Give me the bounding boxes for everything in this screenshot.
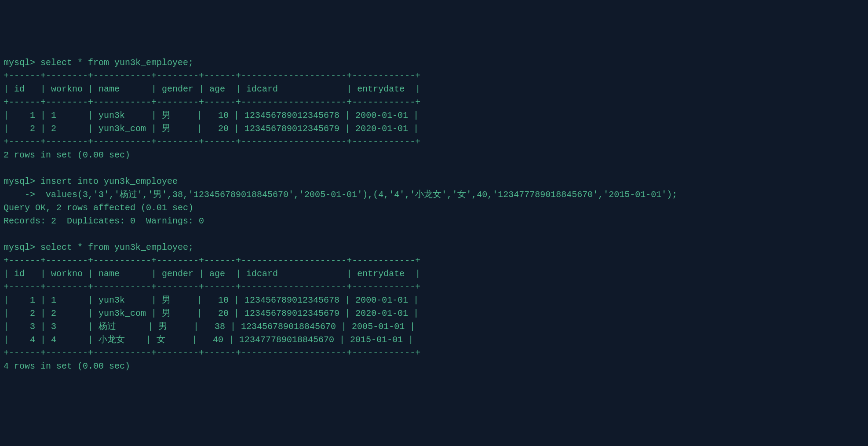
query-line: mysql> select * from yun3k_employee; bbox=[4, 56, 864, 69]
table-row: | 2 | 2 | yun3k_com | 男 | 20 | 123456789… bbox=[4, 122, 864, 135]
table-border: +------+--------+-----------+--------+--… bbox=[4, 347, 864, 360]
table-row: | 2 | 2 | yun3k_com | 男 | 20 | 123456789… bbox=[4, 307, 864, 320]
table-row: | 4 | 4 | 小龙女 | 女 | 40 | 123477789018845… bbox=[4, 333, 864, 347]
blank-line bbox=[4, 228, 864, 241]
mysql-terminal[interactable]: mysql> select * from yun3k_employee;+---… bbox=[4, 56, 864, 373]
query-line: mysql> select * from yun3k_employee; bbox=[4, 241, 864, 254]
query-result: Query OK, 2 rows affected (0.01 sec) bbox=[4, 201, 864, 215]
table-header: | id | workno | name | gender | age | id… bbox=[4, 83, 864, 96]
result-footer: 4 rows in set (0.00 sec) bbox=[4, 360, 864, 373]
select-query: select * from yun3k_employee; bbox=[40, 242, 193, 252]
table-border: +------+--------+-----------+--------+--… bbox=[4, 281, 864, 294]
table-row: | 1 | 1 | yun3k | 男 | 10 | 1234567890123… bbox=[4, 294, 864, 307]
continuation-prompt: -> bbox=[4, 190, 35, 200]
query-line: mysql> insert into yun3k_employee bbox=[4, 175, 864, 188]
result-footer: 2 rows in set (0.00 sec) bbox=[4, 149, 864, 162]
table-border: +------+--------+-----------+--------+--… bbox=[4, 96, 864, 109]
select-query: select * from yun3k_employee; bbox=[40, 58, 193, 68]
table-header: | id | workno | name | gender | age | id… bbox=[4, 267, 864, 281]
mysql-prompt: mysql> bbox=[4, 58, 35, 68]
mysql-prompt: mysql> bbox=[4, 242, 35, 252]
table-border: +------+--------+-----------+--------+--… bbox=[4, 254, 864, 267]
mysql-prompt: mysql> bbox=[4, 176, 35, 186]
table-row: | 1 | 1 | yun3k | 男 | 10 | 1234567890123… bbox=[4, 109, 864, 122]
insert-query-part2: values(3,'3','杨过','男',38,'12345678901884… bbox=[40, 190, 677, 200]
table-row: | 3 | 3 | 杨过 | 男 | 38 | 1234567890188456… bbox=[4, 320, 864, 333]
blank-line bbox=[4, 162, 864, 175]
insert-query-part1: insert into yun3k_employee bbox=[40, 176, 178, 186]
query-result: Records: 2 Duplicates: 0 Warnings: 0 bbox=[4, 215, 864, 228]
table-border: +------+--------+-----------+--------+--… bbox=[4, 69, 864, 83]
table-border: +------+--------+-----------+--------+--… bbox=[4, 135, 864, 149]
query-continuation: -> values(3,'3','杨过','男',38,'12345678901… bbox=[4, 188, 864, 201]
